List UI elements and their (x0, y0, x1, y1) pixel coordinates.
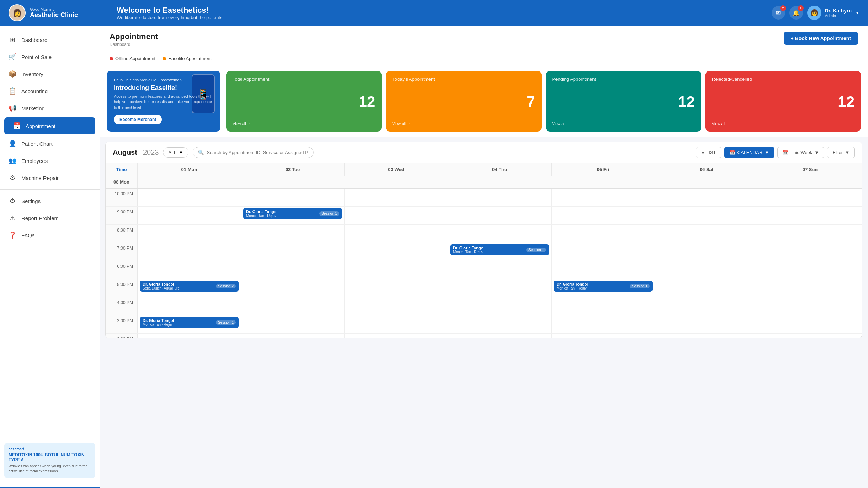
appointment-block[interactable]: Dr. Gloria Tongol Sofia Duller · AquaPur… (140, 281, 239, 292)
stat-card-rejected: Rejected/Cancelled 12 View all → (705, 71, 861, 132)
day-cell-3-6 (758, 243, 862, 261)
marketing-icon: 📢 (9, 104, 16, 112)
book-appointment-button[interactable]: + Book New Appointment (784, 32, 858, 45)
search-input[interactable] (207, 150, 308, 155)
promo-hello: Hello Dr. Sofia Monic De Goosewoman! (114, 78, 213, 82)
day-cell-3-4 (552, 243, 655, 261)
appointment-info: Dr. Gloria Tongol Monica Tan · Rejuv (557, 282, 588, 290)
header-logo: 👩 Good Morning! Aesthetic Clinic (9, 4, 108, 21)
stat-card-pending: Pending Appointment 12 View all → (546, 71, 701, 132)
day-cell-5-3 (448, 279, 552, 297)
calendar-section: August 2023 ALL ▼ 🔍 ≡ LIST 📅 (105, 142, 862, 338)
day-cell-1-2 (345, 207, 448, 224)
bell-button[interactable]: 🔔 1 (789, 6, 803, 20)
become-merchant-button[interactable]: Become Merchant (114, 115, 162, 124)
sidebar-item-accounting[interactable]: 📋Accounting (0, 83, 100, 100)
day-cell-4-4 (552, 261, 655, 279)
sidebar-item-machine-repair[interactable]: ⚙Machine Repair (0, 169, 100, 186)
sidebar-item-employees[interactable]: 👥Employees (0, 152, 100, 169)
appointment-block[interactable]: Dr. Gloria Tongol Monica Tan · Rejuv Ses… (243, 208, 342, 219)
appointment-info: Dr. Gloria Tongol Monica Tan · Rejuv (143, 318, 174, 327)
day-cell-0-5 (655, 189, 758, 206)
day-cell-4-3 (448, 261, 552, 279)
appointment-doctor: Dr. Gloria Tongol (246, 209, 277, 214)
chevron-down-icon: ▼ (855, 10, 859, 15)
employees-icon: 👥 (9, 157, 16, 165)
sidebar-label-report-problem: Report Problem (21, 215, 59, 221)
easelife-label: Easelife Appointment (168, 56, 212, 61)
stat-link-rejected[interactable]: View all → (712, 122, 854, 126)
list-view-button[interactable]: ≡ LIST (696, 147, 721, 158)
day-cell-4-2 (345, 261, 448, 279)
sidebar-label-faqs: FAQs (21, 232, 35, 238)
day-cell-8-3 (448, 334, 552, 338)
day-cell-3-2 (345, 243, 448, 261)
day-cell-1-4 (552, 207, 655, 224)
this-week-label: This Week (790, 150, 812, 155)
header-welcome: Welcome to Easethetics! We liberate doct… (117, 6, 772, 20)
main-layout: ⊞Dashboard🛒Point of Sale📦Inventory📋Accou… (0, 26, 868, 488)
day-cell-8-5 (655, 334, 758, 338)
appointment-block[interactable]: Dr. Gloria Tongol Monica Tan · Rejuv Ses… (450, 244, 549, 255)
appointment-info: Dr. Gloria Tongol Monica Tan · Rejuv (453, 246, 484, 254)
time-cell-6: 4:00 PM (106, 297, 138, 315)
day-cell-7-3 (448, 315, 552, 333)
appointment-session: Session 1 (319, 211, 339, 216)
day-cell-6-0 (138, 297, 241, 315)
patient-chart-icon: 👤 (9, 140, 16, 148)
day-cell-0-1 (241, 189, 345, 206)
calendar-year: 2023 (143, 148, 159, 157)
day-cell-5-2 (345, 279, 448, 297)
user-avatar: 👩 (807, 6, 821, 20)
appointment-block[interactable]: Dr. Gloria Tongol Monica Tan · Rejuv Ses… (140, 317, 239, 328)
sidebar: ⊞Dashboard🛒Point of Sale📦Inventory📋Accou… (0, 26, 100, 488)
legend-offline: Offline Appointment (110, 56, 155, 61)
all-filter-button[interactable]: ALL ▼ (163, 147, 188, 158)
time-cell-8: 2:00 PM (106, 334, 138, 338)
sidebar-item-patient-chart[interactable]: 👤Patient Chart (0, 135, 100, 152)
sidebar-item-faqs[interactable]: ❓FAQs (0, 227, 100, 244)
appointment-patient: Monica Tan · Rejuv (453, 250, 484, 254)
breadcrumb: Dashboard (110, 42, 158, 47)
day-cell-7-5 (655, 315, 758, 333)
this-week-button[interactable]: 📅 This Week ▼ (777, 147, 824, 158)
appointment-patient: Monica Tan · Rejuv (246, 214, 277, 218)
day-cell-2-5 (655, 225, 758, 243)
stat-card-today: Today's Appointment 7 View all → (386, 71, 541, 132)
stat-link-today[interactable]: View all → (392, 122, 535, 126)
chevron-icon: ▼ (765, 150, 769, 155)
report-problem-icon: ⚠ (9, 214, 16, 222)
time-cell-2: 8:00 PM (106, 225, 138, 243)
mail-button[interactable]: ✉ 2 (772, 6, 785, 20)
sidebar-item-dashboard[interactable]: ⊞Dashboard (0, 31, 100, 48)
promo-title: MEDITOXIN 100U BOTULINUM TOXIN TYPE A (9, 452, 91, 462)
day-cell-0-4 (552, 189, 655, 206)
sidebar-item-appointment[interactable]: 📅Appointment (4, 117, 95, 134)
appointment-patient: Monica Tan · Rejuv (143, 323, 174, 327)
calendar-view-button[interactable]: 📅 CALENDAR ▼ (724, 147, 775, 158)
user-info[interactable]: 👩 Dr. Kathyrn Admin ▼ (807, 6, 859, 20)
page-header: Appointment Dashboard + Book New Appoint… (100, 26, 868, 52)
day-cell-6-5 (655, 297, 758, 315)
sidebar-label-employees: Employees (21, 158, 48, 164)
sidebar-label-inventory: Inventory (21, 71, 43, 77)
stat-link-pending[interactable]: View all → (552, 122, 695, 126)
day-cell-6-6 (758, 297, 862, 315)
day-cell-5-6 (758, 279, 862, 297)
stat-link-total[interactable]: View all → (233, 122, 375, 126)
sidebar-item-marketing[interactable]: 📢Marketing (0, 100, 100, 117)
appointment-block[interactable]: Dr. Gloria Tongol Monica Tan · Rejuv Ses… (554, 281, 653, 292)
day-cell-8-1 (241, 334, 345, 338)
appointment-doctor: Dr. Gloria Tongol (453, 246, 484, 250)
sidebar-item-pos[interactable]: 🛒Point of Sale (0, 48, 100, 65)
sidebar-item-inventory[interactable]: 📦Inventory (0, 65, 100, 83)
day-cell-1-5 (655, 207, 758, 224)
sidebar-item-report-problem[interactable]: ⚠Report Problem (0, 209, 100, 227)
filter-button[interactable]: Filter ▼ (827, 147, 855, 158)
day-cell-1-6 (758, 207, 862, 224)
calendar-body: 10:00 PM9:00 PM Dr. Gloria Tongol Monica… (106, 189, 862, 338)
calendar-day-header-5: 06 Sat (655, 163, 758, 176)
appointment-patient: Sofia Duller · AquaPure (143, 286, 180, 290)
sidebar-item-settings[interactable]: ⚙Settings (0, 192, 100, 209)
promo-card: 📱 Hello Dr. Sofia Monic De Goosewoman! I… (107, 71, 220, 132)
